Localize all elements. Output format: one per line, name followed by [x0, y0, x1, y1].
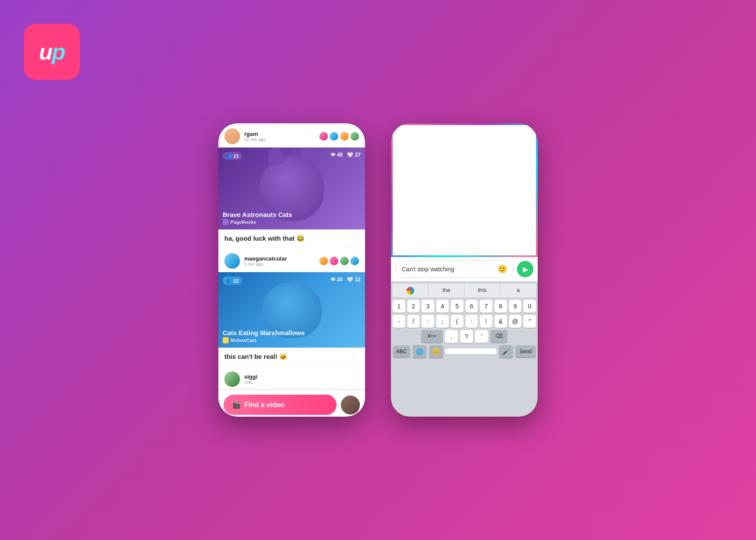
key-4[interactable]: 4	[436, 300, 449, 313]
video-card-1[interactable]: 👥 23 👁 45 🤍 27 Brave Astronauts Cats Pag…	[218, 148, 365, 229]
middle-user-face	[224, 253, 240, 269]
video-right-avatar	[512, 127, 534, 149]
google-suggestion[interactable]	[393, 285, 428, 297]
logo-text: up	[39, 41, 65, 63]
logo-p: p	[52, 39, 65, 64]
va1-face	[395, 128, 416, 148]
top-user-bar: rgam 12 min ago	[218, 123, 365, 148]
send-arrow-icon: ▶	[523, 265, 528, 273]
key-at[interactable]: @	[509, 315, 522, 328]
video-progress-bar[interactable]	[391, 256, 538, 257]
logo-u: u	[39, 39, 52, 64]
key-space[interactable]	[445, 348, 497, 355]
bottom-right-avatar	[516, 213, 534, 231]
key-apostrophe[interactable]: '	[475, 330, 488, 343]
left-phone-inner: rgam 12 min ago 👥 23	[218, 123, 365, 417]
video-avatar-3[interactable]	[394, 170, 410, 185]
video-title-area-1: Brave Astronauts Cats PageRocks	[223, 211, 292, 225]
comment-text-2: this can't be real! 🐱	[224, 353, 287, 361]
key-slash[interactable]: /	[407, 315, 420, 328]
comment-row-2: this can't be real! 🐱 ♡	[218, 348, 365, 366]
key-comma[interactable]: ,	[445, 330, 458, 343]
suggestion-the[interactable]: the	[428, 285, 464, 297]
mid-mini-1	[319, 257, 328, 265]
middle-user-icons	[319, 257, 359, 265]
key-emoji[interactable]: 😊	[429, 345, 443, 358]
video-avatar-1	[394, 127, 417, 149]
message-text: Can't stop watching	[402, 266, 454, 273]
find-video-emoji: 🎬	[232, 401, 241, 409]
va2-face	[395, 153, 409, 166]
comment-text-1: ha, good luck with that 😂	[224, 235, 305, 242]
bottom-user-name: siggi	[244, 374, 359, 380]
bottom-user-avatar	[224, 371, 240, 387]
channel-name-1: PageRocks	[230, 220, 256, 225]
viewers-icon-1: 👥	[226, 153, 232, 159]
keyboard-row-numbers: 1 2 3 4 5 6 7 8 9 0	[393, 300, 536, 313]
key-question[interactable]: ?	[460, 330, 473, 343]
key-6[interactable]: 6	[466, 300, 478, 313]
keyboard-row-3: #+= , ? ' ⌫	[393, 330, 536, 343]
views-stat-1: 👁 45	[331, 152, 343, 158]
chat-bubble-2: jmz Sooo cuuuuttteeee	[467, 198, 514, 211]
key-backspace[interactable]: ⌫	[490, 330, 507, 343]
right-phone: ❤️ smt So stinkin cute jmz Sooo cuuuuttt…	[391, 123, 538, 417]
key-5[interactable]: 5	[451, 300, 463, 313]
key-send[interactable]: Send	[515, 345, 536, 358]
heart-icon-2[interactable]: ♡	[350, 352, 359, 361]
bra-face	[517, 214, 533, 230]
mini-avatar-2	[330, 132, 338, 141]
video-wrapper: ❤️ smt So stinkin cute jmz Sooo cuuuuttt…	[391, 123, 538, 257]
viewers-count-1: 23	[233, 154, 239, 159]
key-quote[interactable]: "	[523, 315, 536, 328]
right-side-avatar	[516, 213, 534, 231]
chat-bubble-1: smt So stinkin cute	[467, 184, 514, 197]
video-avatar-right	[512, 127, 534, 149]
find-video-button[interactable]: 🎬 Find a video	[224, 395, 337, 415]
key-colon[interactable]: :	[422, 315, 434, 328]
top-user-face	[224, 129, 240, 144]
google-logo	[406, 287, 414, 295]
heart-icon-1[interactable]: ♡	[350, 234, 359, 243]
stats-badge-2: 👁 24 🤍 12	[331, 276, 361, 283]
top-user-name: rgam	[244, 131, 315, 137]
suggestion-this[interactable]: this	[465, 285, 501, 297]
input-row: Can't stop watching 🙂 ▶	[391, 257, 538, 281]
views-stat-2: 👁 24	[331, 276, 343, 283]
key-globe[interactable]: 🌐	[413, 345, 427, 358]
keyboard: the this a 1 2 3 4 5 6 7 8 9 0	[391, 281, 538, 417]
key-abc[interactable]: ABC	[393, 345, 410, 358]
key-mic[interactable]: 🎤	[499, 345, 513, 358]
find-video-label: Find a video	[244, 401, 284, 409]
emoji-button[interactable]: 🙂	[498, 264, 507, 274]
right-phone-inner: ❤️ smt So stinkin cute jmz Sooo cuuuuttt…	[391, 123, 538, 417]
key-8[interactable]: 8	[495, 300, 507, 313]
va3-face	[395, 171, 409, 185]
top-user-icons	[319, 132, 359, 141]
suggestion-a[interactable]: a	[501, 285, 536, 297]
viewers-badge-2: 👥 12	[223, 276, 242, 285]
key-0[interactable]: 0	[523, 300, 536, 313]
key-semicolon[interactable]: ;	[436, 315, 449, 328]
chat-overlay: smt So stinkin cute jmz Sooo cuuuuttteee…	[467, 184, 514, 211]
mini-avatar-4	[350, 132, 359, 141]
key-exclaim[interactable]: !	[480, 315, 492, 328]
key-7[interactable]: 7	[480, 300, 492, 313]
mid-mini-2	[330, 257, 338, 265]
hearts-stat-1: 🤍 27	[347, 152, 361, 158]
key-lparen[interactable]: (	[451, 315, 463, 328]
key-3[interactable]: 3	[422, 300, 434, 313]
key-1[interactable]: 1	[393, 300, 405, 313]
video-card-2[interactable]: 👥 12 👁 24 🤍 12 Cats Eating Marshmallows …	[218, 272, 365, 348]
key-hashplus[interactable]: #+=	[421, 330, 443, 343]
left-phone: rgam 12 min ago 👥 23	[218, 123, 365, 417]
key-amp[interactable]: &	[495, 315, 507, 328]
key-rparen[interactable]: :	[466, 315, 478, 328]
middle-user-time: 5 min ago	[244, 262, 315, 267]
key-2[interactable]: 2	[407, 300, 420, 313]
key-dash[interactable]: -	[393, 315, 405, 328]
video-avatar-2[interactable]	[394, 152, 410, 167]
message-input[interactable]: Can't stop watching 🙂	[395, 261, 513, 278]
key-9[interactable]: 9	[509, 300, 522, 313]
send-button[interactable]: ▶	[517, 261, 533, 277]
